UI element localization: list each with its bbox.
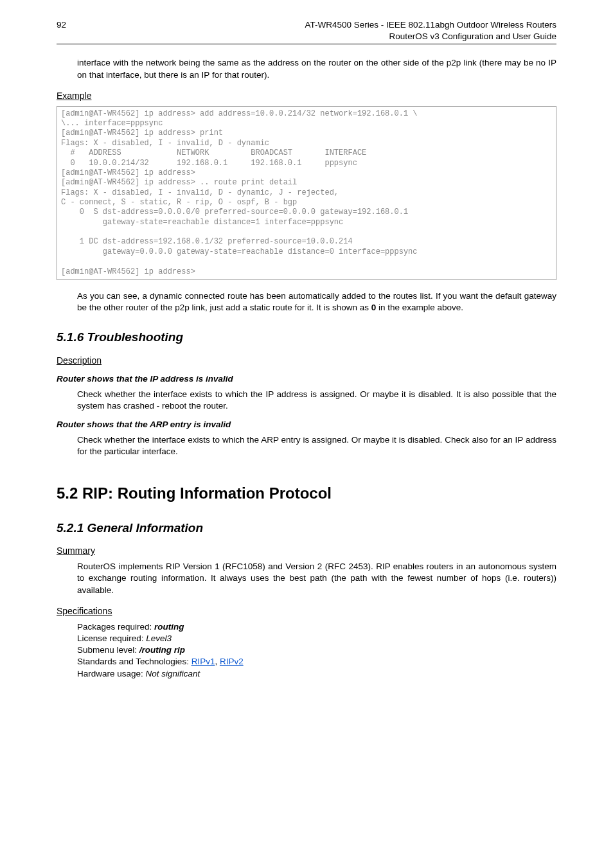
document-title: AT-WR4500 Series - IEEE 802.11abgh Outdo… — [305, 19, 556, 42]
example-heading: Example — [57, 90, 556, 102]
ip-invalid-heading: Router shows that the IP address is inva… — [57, 373, 556, 385]
page-number: 92 — [57, 19, 66, 31]
section-5-2-1-heading: 5.2.1 General Information — [57, 520, 556, 536]
ripv1-link[interactable]: RIPv1 — [191, 657, 215, 666]
summary-heading: Summary — [57, 545, 556, 557]
code-block: [admin@AT-WR4562] ip address> add addres… — [57, 106, 556, 280]
arp-invalid-heading: Router shows that the ARP entry is inval… — [57, 419, 556, 430]
ripv2-link[interactable]: RIPv2 — [220, 657, 244, 666]
specifications-block: Packages required: routing License requi… — [77, 621, 556, 680]
ip-invalid-body: Check whether the interface exists to wh… — [77, 389, 556, 412]
description-heading: Description — [57, 355, 556, 367]
after-code-paragraph: As you can see, a dynamic connected rout… — [77, 290, 556, 314]
arp-invalid-body: Check whether the interface exists to wh… — [77, 434, 556, 457]
page-header: 92 AT-WR4500 Series - IEEE 802.11abgh Ou… — [57, 19, 556, 44]
section-5-1-6-heading: 5.1.6 Troubleshooting — [57, 329, 556, 346]
intro-paragraph: interface with the network being the sam… — [77, 57, 556, 80]
section-5-2-heading: 5.2 RIP: Routing Information Protocol — [57, 483, 556, 504]
summary-body: RouterOS implements RIP Version 1 (RFC10… — [77, 561, 556, 596]
specifications-heading: Specifications — [57, 605, 556, 617]
